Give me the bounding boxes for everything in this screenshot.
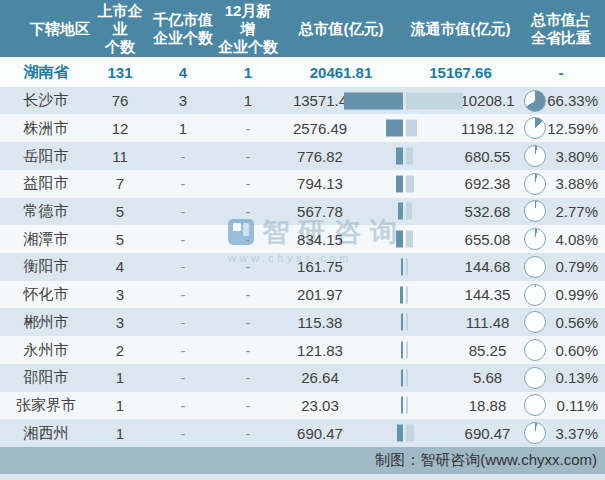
circ-cap-cell-value: 10208.1 xyxy=(460,92,514,109)
table-body: 湖南省1314120461.8115167.66-长沙市763113571.41… xyxy=(0,59,605,447)
listed-count-cell-value: 7 xyxy=(116,175,124,192)
region-cell-value: 岳阳市 xyxy=(24,147,69,166)
total-cap-cell: 23.03 xyxy=(278,392,404,420)
hundred-billion-count-cell-value: 1 xyxy=(179,120,187,137)
table-row-益阳市: 益阳市7--794.13692.383.88% xyxy=(0,170,605,198)
total-cap-bar xyxy=(396,148,403,165)
share-percent-cell-value: 0.60% xyxy=(555,342,598,359)
total-cap-cell: 2576.49 xyxy=(278,114,404,142)
circ-cap-cell-value: 655.08 xyxy=(465,231,511,248)
circ-cap-bar xyxy=(406,231,413,248)
table-row-怀化市: 怀化市3--201.97144.350.99% xyxy=(0,281,605,309)
total-cap-cell-value: 690.47 xyxy=(297,425,343,442)
region-cell: 常德市 xyxy=(0,198,92,226)
region-cell: 郴州市 xyxy=(0,308,92,336)
column-header-line: 全省比重 xyxy=(531,29,591,47)
region-cell-value: 郴州市 xyxy=(24,313,69,332)
circ-cap-cell-value: 18.88 xyxy=(469,397,507,414)
total-cap-bar xyxy=(401,369,403,386)
share-percent-cell: 3.80% xyxy=(553,142,605,170)
total-cap-bar xyxy=(386,120,403,137)
circ-cap-bar xyxy=(406,286,408,303)
circ-cap-cell-value: 85.25 xyxy=(469,342,507,359)
table-row-张家界市: 张家界市1--23.0318.880.11% xyxy=(0,392,605,420)
total-cap-cell-value: 161.75 xyxy=(297,258,343,275)
circ-cap-cell-value: 532.68 xyxy=(465,203,511,220)
december-new-count-cell-value: - xyxy=(246,369,251,386)
column-header-line: 总市值(亿元) xyxy=(299,20,384,38)
column-header-line: 千亿市值 xyxy=(153,11,213,29)
region-cell-value: 衡阳市 xyxy=(24,257,69,276)
share-pie-icon xyxy=(524,228,546,250)
hundred-billion-count-cell: - xyxy=(148,253,218,281)
circ-cap-bar xyxy=(406,425,414,442)
listed-count-cell-value: 131 xyxy=(107,64,132,81)
hundred-billion-count-cell: 1 xyxy=(148,114,218,142)
listed-count-cell-value: 3 xyxy=(116,286,124,303)
total-cap-cell: 13571.4 xyxy=(278,87,404,115)
share-pie-cell xyxy=(517,225,553,253)
share-percent-cell-value: 12.59% xyxy=(547,120,598,137)
listed-count-cell-value: 11 xyxy=(112,148,128,165)
hundred-billion-count-cell: - xyxy=(148,308,218,336)
total-cap-cell-value: 23.03 xyxy=(301,397,339,414)
listed-count-cell-value: 1 xyxy=(116,369,124,386)
listed-count-cell: 3 xyxy=(92,308,148,336)
listed-count-cell: 1 xyxy=(92,419,148,447)
december-new-count-cell: 1 xyxy=(218,87,278,115)
share-pie-cell xyxy=(517,419,553,447)
bottom-strip xyxy=(0,474,605,480)
region-cell: 湘西州 xyxy=(0,419,92,447)
share-cell-value: - xyxy=(559,64,564,81)
share-pie-icon xyxy=(524,117,546,139)
region-cell-value: 益阳市 xyxy=(24,174,69,193)
total-cap-bar xyxy=(401,258,403,275)
total-cap-bar xyxy=(396,231,403,248)
column-header-line: 流通市值(亿元) xyxy=(411,20,511,38)
circ-cap-bar xyxy=(406,148,413,165)
circ-cap-cell: 655.08 xyxy=(404,225,517,253)
hundred-billion-count-cell-value: - xyxy=(181,203,186,220)
total-cap-cell: 201.97 xyxy=(278,281,404,309)
total-cap-cell-value: 201.97 xyxy=(297,286,343,303)
column-header-share: 总市值占全省比重 xyxy=(517,0,605,57)
circ-cap-cell-value: 680.55 xyxy=(465,148,511,165)
total-cap-bar xyxy=(396,175,403,192)
hundred-billion-count-cell: - xyxy=(148,392,218,420)
share-percent-cell-value: 0.13% xyxy=(555,369,598,386)
region-cell-value: 长沙市 xyxy=(24,91,69,110)
table-row-湘西州: 湘西州1--690.47690.473.37% xyxy=(0,419,605,447)
column-header-line: 上市企业 xyxy=(92,2,148,38)
region-cell-value: 张家界市 xyxy=(16,396,76,415)
region-cell-value: 湖南省 xyxy=(24,63,69,82)
listed-count-cell: 5 xyxy=(92,198,148,226)
hundred-billion-count-cell-value: - xyxy=(181,342,186,359)
table-row-湘潭市: 湘潭市5--834.15655.084.08% xyxy=(0,225,605,253)
listed-count-cell-value: 12 xyxy=(112,120,129,137)
table-row-常德市: 常德市5--567.78532.682.77% xyxy=(0,198,605,226)
share-pie-cell xyxy=(517,142,553,170)
listed-count-cell-value: 2 xyxy=(116,342,124,359)
hundred-billion-count-cell-value: - xyxy=(181,369,186,386)
share-pie-cell xyxy=(517,308,553,336)
december-new-count-cell-value: - xyxy=(246,203,251,220)
column-header-line: 12月新增 xyxy=(218,2,278,38)
share-cell: - xyxy=(517,59,605,87)
total-cap-cell-value: 2576.49 xyxy=(293,120,347,137)
hundred-billion-count-cell: 4 xyxy=(148,59,218,87)
share-percent-cell: 0.60% xyxy=(553,336,605,364)
share-percent-cell: 0.56% xyxy=(553,308,605,336)
table-row-郴州市: 郴州市3--115.38111.480.56% xyxy=(0,308,605,336)
share-pie-cell xyxy=(517,281,553,309)
share-percent-cell-value: 3.37% xyxy=(555,425,598,442)
circ-cap-cell: 1198.12 xyxy=(404,114,517,142)
listed-count-cell: 131 xyxy=(92,59,148,87)
share-percent-cell: 2.77% xyxy=(553,198,605,226)
december-new-count-cell-value: - xyxy=(246,258,251,275)
hundred-billion-count-cell: - xyxy=(148,198,218,226)
table-row-衡阳市: 衡阳市4--161.75144.680.79% xyxy=(0,253,605,281)
table-row-株洲市: 株洲市121-2576.491198.1212.59% xyxy=(0,114,605,142)
share-percent-cell-value: 66.33% xyxy=(547,92,598,109)
share-pie-icon xyxy=(524,284,546,306)
circ-cap-bar xyxy=(406,369,408,386)
